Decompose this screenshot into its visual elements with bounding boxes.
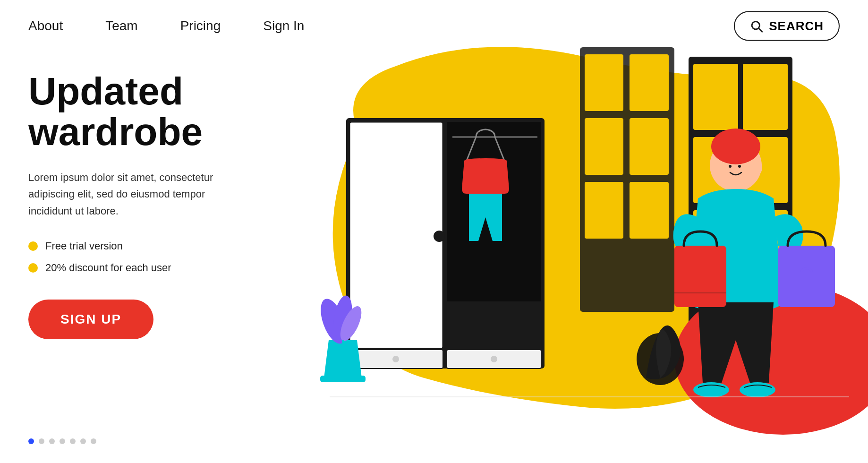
search-button[interactable]: SEARCH [734, 11, 840, 41]
search-icon [750, 19, 763, 33]
svg-rect-14 [585, 182, 623, 239]
svg-point-27 [491, 356, 497, 362]
svg-rect-28 [320, 376, 366, 382]
feature-list: Free trial version 20% discount for each… [28, 240, 246, 274]
svg-rect-15 [630, 182, 669, 239]
svg-rect-42 [674, 246, 726, 307]
svg-point-39 [738, 165, 741, 168]
dot-7[interactable] [91, 438, 96, 444]
nav-links: About Team Pricing Sign In [28, 18, 304, 34]
bullet-dot-2 [28, 263, 38, 273]
search-label: SEARCH [769, 19, 824, 34]
dot-1[interactable] [28, 438, 34, 444]
hero-description: Lorem ipsum dolor sit amet, consectetur … [28, 169, 246, 219]
svg-point-37 [753, 161, 762, 174]
svg-line-1 [759, 28, 762, 31]
svg-point-35 [711, 129, 760, 164]
hero-title: Updated wardrobe [28, 71, 246, 152]
feature-item-2: 20% discount for each user [28, 262, 246, 274]
dot-4[interactable] [60, 438, 65, 444]
feature-item-1: Free trial version [28, 240, 246, 252]
svg-rect-44 [778, 246, 835, 307]
nav-about[interactable]: About [28, 18, 63, 34]
svg-rect-10 [585, 54, 623, 111]
feature-text-2: 20% discount for each user [45, 262, 171, 274]
svg-rect-13 [630, 118, 669, 175]
svg-point-38 [729, 165, 732, 168]
illustration-svg [301, 38, 868, 449]
svg-rect-11 [630, 54, 669, 111]
svg-rect-3 [693, 64, 738, 130]
svg-point-41 [740, 382, 775, 397]
signup-button[interactable]: SIGN UP [28, 300, 153, 339]
bullet-dot-1 [28, 241, 38, 251]
hero-content: Updated wardrobe Lorem ipsum dolor sit a… [28, 71, 246, 339]
nav-signin[interactable]: Sign In [263, 18, 304, 34]
svg-rect-12 [585, 118, 623, 175]
hero-illustration [301, 38, 868, 449]
feature-text-1: Free trial version [45, 240, 123, 252]
nav-pricing[interactable]: Pricing [180, 18, 221, 34]
svg-point-19 [434, 231, 445, 242]
pagination [28, 438, 96, 444]
dot-6[interactable] [80, 438, 86, 444]
nav-team[interactable]: Team [105, 18, 137, 34]
svg-point-25 [392, 356, 399, 362]
dot-3[interactable] [49, 438, 55, 444]
svg-rect-4 [743, 64, 788, 130]
dot-5[interactable] [70, 438, 76, 444]
svg-point-40 [693, 382, 729, 397]
dot-2[interactable] [39, 438, 44, 444]
svg-rect-18 [349, 122, 443, 349]
